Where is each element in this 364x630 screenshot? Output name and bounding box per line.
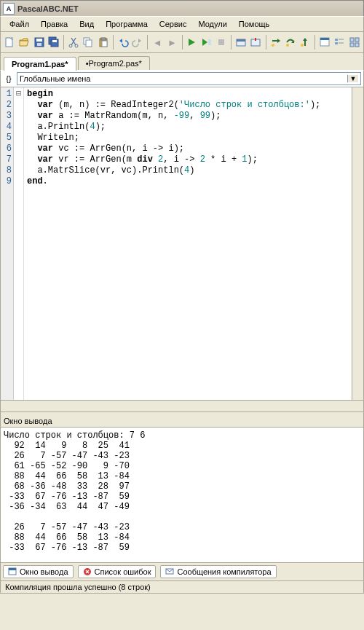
- horizontal-scrollbar[interactable]: [0, 401, 364, 412]
- svg-rect-10: [86, 40, 92, 47]
- svg-point-8: [75, 44, 78, 47]
- output-title: Окно вывода: [0, 415, 364, 428]
- app-icon: A: [3, 3, 15, 15]
- scope-combo-label: Глобальные имена: [20, 74, 91, 83]
- bottom-tabs: Окно вывода Список ошибок Сообщения комп…: [0, 563, 364, 581]
- step-out-icon[interactable]: [298, 34, 312, 50]
- btab-messages-label: Сообщения компилятора: [177, 567, 271, 576]
- output-panel[interactable]: Число строк и столбцов: 7 6 92 14 9 8 25…: [0, 428, 364, 563]
- svg-point-19: [272, 44, 274, 47]
- paste-icon[interactable]: [97, 34, 110, 50]
- tab-program1[interactable]: Program1.pas*: [4, 57, 76, 71]
- title-bar: A PascalABC.NET: [0, 0, 364, 16]
- svg-rect-6: [52, 40, 57, 42]
- svg-rect-12: [101, 38, 106, 40]
- scope-row: {} Глобальные имена ▼: [0, 70, 364, 87]
- compile-icon[interactable]: [234, 34, 248, 50]
- btab-errors-label: Список ошибок: [95, 567, 151, 576]
- btab-errors[interactable]: Список ошибок: [78, 565, 157, 578]
- svg-point-21: [301, 44, 304, 47]
- line-gutter: 1 2 3 4 5 6 7 8 9: [1, 87, 14, 400]
- run-icon[interactable]: [185, 34, 198, 50]
- menu-edit[interactable]: Правка: [35, 18, 74, 30]
- stop-icon[interactable]: [215, 34, 228, 50]
- code-editor[interactable]: 1 2 3 4 5 6 7 8 9 ⊟ begin var (m, n) := …: [0, 87, 364, 401]
- menu-service[interactable]: Сервис: [154, 18, 193, 30]
- svg-rect-24: [335, 39, 338, 41]
- svg-rect-26: [350, 38, 354, 42]
- save-all-icon[interactable]: [47, 34, 60, 50]
- svg-rect-17: [237, 39, 245, 42]
- toolbar: ◄ ►: [0, 32, 364, 53]
- menu-file[interactable]: Файл: [4, 18, 35, 30]
- redo-icon[interactable]: [131, 34, 144, 50]
- undo-icon[interactable]: [116, 34, 130, 50]
- modules-icon[interactable]: [348, 34, 361, 50]
- svg-rect-28: [350, 43, 354, 47]
- step-over-icon[interactable]: [284, 34, 297, 50]
- scope-combo[interactable]: Глобальные имена ▼: [17, 72, 361, 85]
- menu-program[interactable]: Программа: [100, 18, 154, 30]
- svg-point-20: [286, 44, 289, 47]
- new-file-icon[interactable]: [3, 34, 16, 50]
- svg-rect-2: [36, 39, 42, 42]
- svg-rect-31: [9, 568, 16, 570]
- menu-modules[interactable]: Модули: [192, 18, 232, 30]
- open-file-icon[interactable]: [17, 34, 31, 50]
- save-icon[interactable]: [33, 34, 46, 50]
- btab-output[interactable]: Окно вывода: [3, 565, 74, 578]
- app-title: PascalABC.NET: [17, 4, 361, 13]
- run2-icon[interactable]: [200, 34, 213, 50]
- menu-view[interactable]: Вид: [74, 18, 100, 30]
- vertical-scrollbar[interactable]: [352, 87, 363, 400]
- message-icon: [165, 567, 174, 576]
- cut-icon[interactable]: [67, 34, 80, 50]
- fold-gutter[interactable]: ⊟: [14, 87, 24, 400]
- btab-messages[interactable]: Сообщения компилятора: [160, 565, 276, 578]
- form-icon[interactable]: [318, 34, 331, 50]
- svg-rect-14: [208, 39, 211, 45]
- step-into-icon[interactable]: [269, 34, 282, 50]
- svg-rect-23: [320, 38, 329, 40]
- menu-bar: Файл Правка Вид Программа Сервис Модули …: [0, 16, 364, 32]
- outline-icon[interactable]: [333, 34, 346, 50]
- svg-rect-29: [355, 43, 359, 47]
- build-icon[interactable]: [249, 34, 262, 50]
- scope-icon: {}: [3, 72, 15, 85]
- nav-back-icon[interactable]: ◄: [151, 34, 164, 50]
- btab-output-label: Окно вывода: [20, 567, 68, 576]
- svg-rect-27: [355, 38, 359, 42]
- chevron-down-icon[interactable]: ▼: [347, 75, 358, 82]
- svg-rect-3: [37, 43, 41, 46]
- document-tabs: Program1.pas* •Program2.pas*: [0, 53, 364, 70]
- nav-forward-icon[interactable]: ►: [165, 34, 178, 50]
- svg-rect-25: [335, 42, 338, 44]
- window-icon: [8, 567, 17, 576]
- svg-point-7: [69, 44, 72, 47]
- svg-rect-15: [218, 39, 224, 45]
- tab-program2[interactable]: •Program2.pas*: [78, 56, 150, 70]
- menu-help[interactable]: Помощь: [233, 18, 276, 30]
- status-bar: Компиляция прошла успешно (8 строк): [0, 581, 364, 594]
- copy-icon[interactable]: [82, 34, 95, 50]
- svg-rect-13: [102, 41, 107, 47]
- code-area[interactable]: begin var (m, n) := ReadInteger2('Число …: [24, 87, 352, 400]
- error-list-icon: [83, 567, 92, 576]
